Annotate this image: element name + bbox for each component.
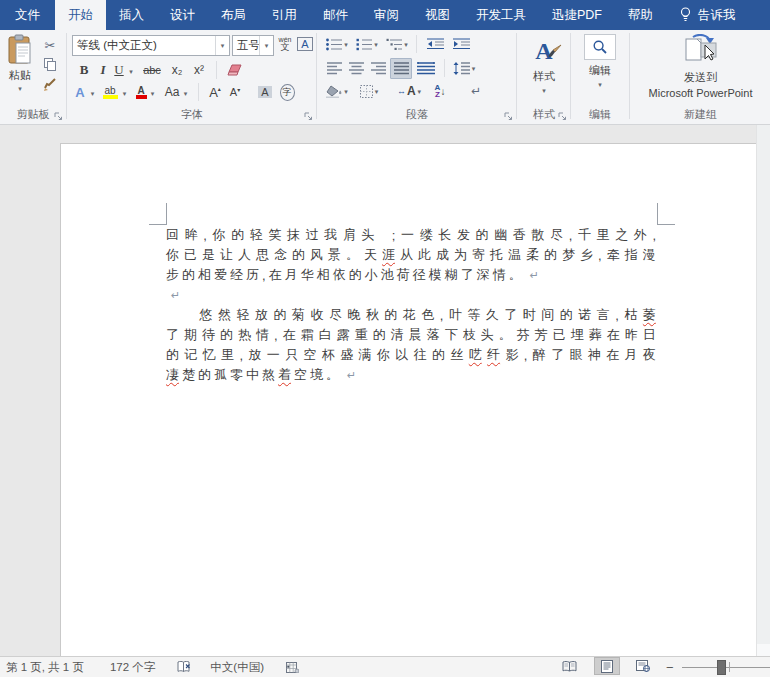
grow-font-button[interactable]: A▴ <box>206 83 224 101</box>
vertical-scrollbar[interactable] <box>756 125 770 656</box>
paste-button[interactable]: 粘贴 ▾ <box>4 34 36 92</box>
styles-dialog-launcher-icon[interactable] <box>558 112 567 121</box>
styles-button[interactable]: A 样式 ▾ <box>522 34 566 94</box>
web-layout-button[interactable] <box>630 657 656 675</box>
enclose-characters-button[interactable]: 字 <box>278 83 296 101</box>
zoom-out-button[interactable]: − <box>666 657 674 677</box>
format-painter-button[interactable] <box>40 76 60 92</box>
change-case-dropdown-icon[interactable]: ▾ <box>181 86 190 100</box>
font-dialog-launcher-icon[interactable] <box>304 112 313 121</box>
clear-formatting-button[interactable] <box>224 61 246 79</box>
align-left-button[interactable] <box>324 59 344 77</box>
cut-button[interactable]: ✂ <box>40 37 60 53</box>
subscript-button[interactable]: x₂ <box>168 61 186 79</box>
shading-button[interactable]: ▾ <box>324 82 350 100</box>
document-character: 枯 <box>624 306 637 324</box>
document-line[interactable]: ↵ <box>166 285 656 305</box>
paragraph-dialog-launcher-icon[interactable] <box>504 112 513 121</box>
document-line[interactable]: 的记忆里,放一只空杯盛满你以往的丝呓纤影,醉了眼神在月夜 <box>166 345 656 365</box>
tab-view[interactable]: 视图 <box>412 0 463 30</box>
document-line[interactable]: 了期待的热情,在霜白露重的清晨落下枝头。芬芳已埋葬在昨日 <box>166 325 656 345</box>
scrollbar-bottom-button[interactable] <box>757 644 770 656</box>
zoom-slider-track[interactable] <box>682 667 770 668</box>
tab-pdf-addin[interactable]: 迅捷PDF <box>539 0 615 30</box>
decrease-indent-button[interactable] <box>424 35 446 53</box>
justify-button[interactable] <box>390 58 412 79</box>
send-to-powerpoint-button[interactable]: 发送到 Microsoft PowerPoint <box>635 34 766 99</box>
document-line[interactable]: 凄楚的孤零中熬着空境。↵ <box>166 365 656 385</box>
read-mode-button[interactable] <box>556 657 582 675</box>
increase-indent-button[interactable] <box>450 35 472 53</box>
tell-me[interactable]: 告诉我 <box>670 0 746 30</box>
tab-insert[interactable]: 插入 <box>106 0 157 30</box>
document-character: 放 <box>255 306 268 324</box>
document-line[interactable]: 悠然轻放的菊收尽晚秋的花色,叶等久了时间的诺言,枯萎 <box>166 305 656 325</box>
macro-recording-status[interactable] <box>286 662 299 673</box>
numbering-button[interactable]: ▾ <box>354 35 380 53</box>
align-center-button[interactable] <box>346 59 366 77</box>
editing-button[interactable]: 编辑 ▾ <box>580 34 620 88</box>
underline-button[interactable]: U <box>112 61 126 79</box>
zoom-slider-thumb[interactable] <box>717 660 726 675</box>
font-color-dropdown-icon[interactable]: ▾ <box>148 86 157 100</box>
shrink-font-button[interactable]: A▾ <box>226 83 244 101</box>
italic-button[interactable]: I <box>96 61 110 79</box>
underline-dropdown-icon[interactable]: ▾ <box>126 64 136 78</box>
print-layout-button[interactable] <box>594 657 620 675</box>
character-shading-button[interactable]: A <box>256 83 274 101</box>
tab-mailings[interactable]: 邮件 <box>310 0 361 30</box>
word-count-status[interactable]: 172 个字 <box>110 660 155 675</box>
tab-design[interactable]: 设计 <box>157 0 208 30</box>
page-number-status[interactable]: 第 1 页, 共 1 页 <box>6 660 84 675</box>
bold-button[interactable]: B <box>76 61 92 79</box>
highlight-dropdown-icon[interactable]: ▾ <box>120 86 129 100</box>
document-line[interactable]: 你已是让人思念的风景。天涯从此成为寄托温柔的梦乡,牵指漫 <box>166 245 656 265</box>
tab-home[interactable]: 开始 <box>55 0 106 30</box>
character-border-button[interactable]: A <box>296 34 314 54</box>
font-name-combo[interactable]: 等线 (中文正文) ▾ <box>72 35 230 56</box>
document-character: 柔 <box>526 246 539 264</box>
multilevel-list-icon <box>386 38 402 51</box>
multilevel-list-button[interactable]: ▾ <box>384 35 410 53</box>
document-character: 满 <box>359 346 372 364</box>
bullets-button[interactable]: ▾ <box>324 35 350 53</box>
tab-layout[interactable]: 布局 <box>208 0 259 30</box>
text-effects-button[interactable]: A <box>72 83 88 101</box>
document-character: , <box>262 268 266 283</box>
borders-button[interactable]: ▾ <box>356 82 382 100</box>
distribute-button[interactable] <box>414 59 438 77</box>
document-character: 的 <box>349 266 362 284</box>
text-effects-dropdown-icon[interactable]: ▾ <box>88 86 97 100</box>
font-name-dropdown-icon[interactable]: ▾ <box>215 36 229 55</box>
font-size-dropdown-icon[interactable]: ▾ <box>259 36 273 55</box>
document-line[interactable]: 回眸,你的轻笑抹过我肩头;一缕长发的幽香散尽,千里之外, <box>166 225 656 245</box>
show-formatting-marks-button[interactable]: ↵ <box>466 82 486 100</box>
document-line[interactable]: 步的相爱经历,在月华相依的小池荷径模糊了深情。↵ <box>166 265 656 285</box>
character-scaling-button[interactable]: ↔ A ▾ <box>394 82 424 100</box>
document-character: 轻 <box>250 226 263 244</box>
tab-developer[interactable]: 开发工具 <box>463 0 539 30</box>
language-status[interactable]: 中文(中国) <box>210 660 264 675</box>
group-clipboard: 粘贴 ▾ ✂ 剪贴板 <box>0 30 66 124</box>
tab-file[interactable]: 文件 <box>0 0 55 30</box>
superscript-button[interactable]: x² <box>190 61 208 79</box>
document-character: 爱 <box>214 266 227 284</box>
tab-references[interactable]: 引用 <box>259 0 310 30</box>
tab-help[interactable]: 帮助 <box>615 0 666 30</box>
proofing-errors-status[interactable] <box>177 661 192 673</box>
phonetic-guide-button[interactable]: wén 文 <box>276 34 294 54</box>
sort-button[interactable]: A Z ↓ <box>428 82 452 100</box>
document-character: 温 <box>508 246 521 264</box>
text-area[interactable]: 回眸,你的轻笑抹过我肩头;一缕长发的幽香散尽,千里之外,你已是让人思念的风景。天… <box>166 225 656 385</box>
document-page[interactable]: 回眸,你的轻笑抹过我肩头;一缕长发的幽香散尽,千里之外,你已是让人思念的风景。天… <box>60 143 757 656</box>
tab-review[interactable]: 审阅 <box>361 0 412 30</box>
clipboard-dialog-launcher-icon[interactable] <box>54 112 63 121</box>
font-color-button[interactable]: A <box>134 83 148 101</box>
change-case-button[interactable]: Aa <box>162 83 182 101</box>
font-size-combo[interactable]: 五号 ▾ <box>232 35 274 56</box>
line-spacing-button[interactable]: ▾ <box>450 59 478 77</box>
strikethrough-button[interactable]: abc <box>140 61 164 79</box>
align-right-button[interactable] <box>368 59 388 77</box>
copy-button[interactable] <box>40 56 60 72</box>
highlight-button[interactable]: ab <box>100 83 120 101</box>
